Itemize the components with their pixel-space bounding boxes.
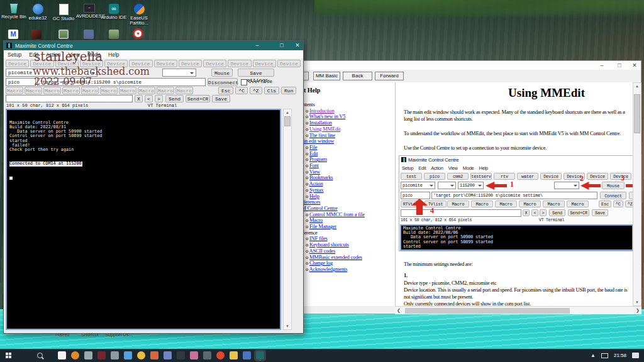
help-minimize-button[interactable]: –: [595, 61, 609, 70]
send-input[interactable]: [6, 95, 133, 102]
macro-button[interactable]: Macro: [6, 87, 23, 94]
desktop-icon-game[interactable]: [31, 30, 42, 39]
desktop-icon-photo[interactable]: [58, 30, 69, 39]
desktop-icon-app[interactable]: [84, 30, 94, 39]
macro-button[interactable]: Macro: [157, 87, 174, 94]
console-window[interactable]: [177, 351, 185, 359]
menu-item[interactable]: View: [65, 52, 84, 58]
prev-button[interactable]: <: [145, 95, 153, 102]
override-checkbox[interactable]: [241, 79, 247, 85]
vt-terminal[interactable]: Maximite Control CentreBuild date: 2022/…: [6, 109, 281, 330]
maximize-button[interactable]: □: [275, 41, 289, 50]
macro-button[interactable]: Macro: [138, 87, 155, 94]
back-button[interactable]: Back: [343, 72, 372, 80]
display-tray-icon[interactable]: [601, 353, 608, 358]
next-button[interactable]: >: [155, 95, 163, 102]
scroll-up-arrow[interactable]: ▲: [633, 83, 641, 89]
macro-button[interactable]: Macro: [81, 87, 99, 94]
device-slot-button[interactable]: Device: [80, 60, 103, 67]
scroll-thumb[interactable]: [634, 94, 640, 133]
app-orange-ball[interactable]: [71, 351, 79, 359]
app-monitor-2[interactable]: [111, 351, 119, 359]
device-slot-button[interactable]: Device: [6, 60, 29, 67]
clock[interactable]: 21:58: [614, 353, 626, 358]
ctrl-button[interactable]: Run: [281, 87, 296, 94]
tray-chevron-icon[interactable]: ▲: [591, 353, 596, 358]
app-dark-red[interactable]: [97, 351, 106, 359]
macro-button[interactable]: Macro: [175, 87, 193, 94]
scroll-thumb[interactable]: [284, 116, 291, 126]
desktop-icon-photo-2[interactable]: [109, 30, 119, 39]
scroll-down-arrow[interactable]: ▼: [633, 299, 641, 305]
maximite-control-centre-active[interactable]: [256, 351, 264, 359]
app-white[interactable]: [58, 351, 66, 359]
chrome[interactable]: [137, 351, 145, 359]
device-type-dropdown[interactable]: picomite: [6, 69, 97, 77]
macro-button[interactable]: Macro: [62, 87, 80, 94]
forward-button[interactable]: Forward: [375, 72, 404, 80]
paint[interactable]: [190, 351, 198, 359]
ctrl-button[interactable]: ^C: [235, 87, 248, 94]
desktop-icon-eduke32[interactable]: eduke32: [25, 4, 51, 21]
mcc-vertical-scrollbar[interactable]: ▲ ▼: [283, 109, 292, 330]
app-blue-monitor[interactable]: [243, 351, 251, 359]
minimize-button[interactable]: –: [250, 41, 264, 50]
command-field[interactable]: [37, 78, 206, 86]
file-explorer[interactable]: [230, 351, 238, 359]
ctrl-button[interactable]: ^Z: [250, 87, 262, 94]
menu-item[interactable]: Mode: [84, 52, 104, 58]
mouse-button[interactable]: Mouse: [211, 69, 233, 77]
device-slot-button[interactable]: Device: [154, 60, 177, 67]
mm-basic-button[interactable]: MM Basic: [313, 72, 340, 80]
device-slot-button[interactable]: Device: [104, 60, 128, 67]
desktop-icon-easeus[interactable]: EaseUS Partitio...: [126, 4, 152, 26]
help-horizontal-scrollbar[interactable]: ❮ ❯: [395, 306, 641, 314]
ctrl-button[interactable]: Cls: [264, 87, 279, 94]
device-name-field[interactable]: [6, 78, 36, 86]
device-slot-button[interactable]: Device: [129, 60, 152, 67]
scroll-thumb[interactable]: [405, 308, 570, 314]
device-slot-button[interactable]: Device: [179, 60, 202, 67]
scroll-left-arrow[interactable]: ❮: [395, 307, 402, 314]
opera[interactable]: [216, 351, 225, 359]
desktop-icon-avrdudess[interactable]: ~ AVRDUDESS: [76, 4, 103, 19]
scroll-down-arrow[interactable]: ▼: [284, 323, 291, 329]
help-vertical-scrollbar[interactable]: ▲ ▼: [633, 82, 641, 306]
scroll-right-arrow[interactable]: ❯: [634, 307, 641, 314]
save-settings-button[interactable]: Save settings: [238, 69, 274, 77]
app-blue-doc[interactable]: [164, 351, 172, 359]
app-yellow-red[interactable]: [150, 351, 158, 359]
scroll-up-arrow[interactable]: ▲: [284, 109, 291, 116]
notepad-plus-plus[interactable]: [124, 351, 132, 359]
send-button[interactable]: Send: [165, 95, 184, 102]
clear-button[interactable]: X: [135, 95, 143, 102]
macro-button[interactable]: Macro: [119, 87, 136, 94]
device-slot-button[interactable]: Device: [55, 60, 79, 67]
device-slot-button[interactable]: Device: [228, 60, 251, 67]
desktop-icon-recycle-bin[interactable]: Recycle Bin: [1, 4, 27, 19]
help-titlebar[interactable]: – □ ✕: [277, 61, 641, 70]
menu-item[interactable]: Help: [104, 52, 123, 58]
mcc-titlebar[interactable]: Maximite Control Centre – □ ✕: [4, 41, 303, 50]
menu-item[interactable]: Action: [42, 52, 65, 58]
device-slot-button[interactable]: Device: [203, 60, 226, 67]
help-close-button[interactable]: ✕: [628, 61, 641, 70]
menu-item[interactable]: Setup: [4, 52, 25, 58]
com-port-dropdown[interactable]: [162, 69, 196, 77]
macro-button[interactable]: Macro: [25, 87, 42, 94]
device-slot-button[interactable]: Device: [253, 60, 276, 67]
desktop-icon-mmedit[interactable]: M: [8, 30, 18, 39]
desktop-icon-gc-studio[interactable]: GC Studio: [50, 4, 77, 21]
menu-item[interactable]: Edit: [25, 52, 42, 58]
save-button[interactable]: Save: [212, 95, 230, 102]
macro-button[interactable]: Macro: [100, 87, 118, 94]
app-monitor-1[interactable]: [84, 351, 92, 359]
search-button[interactable]: [31, 349, 48, 362]
disconnect-button[interactable]: Disconnect: [208, 78, 238, 86]
help-maximize-button[interactable]: □: [613, 61, 626, 70]
send-cr-button[interactable]: Send+CR: [186, 95, 210, 102]
device-slot-button[interactable]: Device: [30, 60, 53, 67]
desktop-icon-arduino[interactable]: ∞ Arduino IDE: [101, 4, 127, 20]
close-button[interactable]: ✕: [291, 41, 304, 50]
device-slot-button[interactable]: Device: [277, 60, 301, 67]
